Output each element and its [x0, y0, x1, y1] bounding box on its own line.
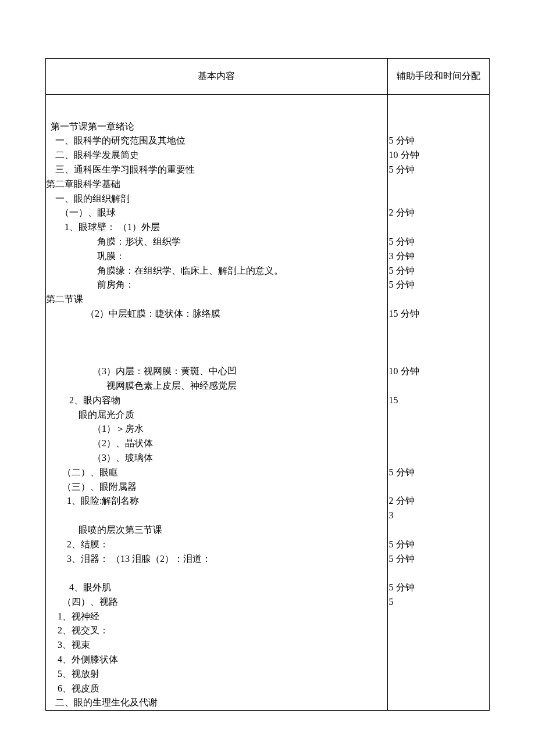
time-line [389, 177, 490, 192]
content-line: 三、通科医生学习眼科学的重要性 [46, 163, 387, 177]
content-line: 3、泪器： （13 泪腺（2）：泪道： [46, 552, 387, 567]
time-line [389, 610, 490, 624]
header-time-allocation: 辅助手段和时间分配 [387, 59, 490, 95]
content-line: （2）中层虹膜：睫状体：脉络膜 [46, 307, 387, 321]
table-header-row: 基本内容 辅助手段和时间分配 [46, 59, 490, 95]
content-line: （二）、眼眶 [46, 465, 387, 480]
content-line: 眼喷的层次第三节课 [46, 523, 387, 538]
time-line [389, 451, 490, 465]
time-line [389, 379, 490, 393]
time-line [389, 321, 490, 336]
content-line [46, 566, 387, 581]
time-line: 10 分钟 [389, 364, 490, 379]
header-basic-content: 基本内容 [46, 59, 388, 95]
content-line: 二、眼科学发展简史 [46, 148, 387, 163]
time-line: 5 分钟 [389, 235, 490, 249]
content-line: 视网膜色素上皮层、神经感觉层 [46, 379, 387, 393]
time-line: 5 分钟 [389, 163, 490, 177]
time-line: 5 分钟 [389, 552, 490, 567]
content-line [46, 508, 387, 523]
time-line [389, 192, 490, 206]
time-line [389, 638, 490, 653]
time-line: 5 [389, 595, 490, 610]
content-line: 4、眼外肌 [46, 581, 387, 595]
time-line [389, 105, 490, 120]
content-line: （1）＞房水 [46, 422, 387, 436]
content-line: 角膜缘：在组织学、临床上、解剖上的意义。 [46, 264, 387, 278]
content-line: 一、眼的组织解剖 [46, 192, 387, 206]
time-line [389, 350, 490, 364]
time-line [389, 523, 490, 538]
content-line: 前房角： [46, 278, 387, 292]
time-line: 5 分钟 [389, 134, 490, 148]
time-line [389, 436, 490, 451]
time-line: 2 分钟 [389, 494, 490, 508]
content-line: 1、眼险:解剖名称 [46, 494, 387, 508]
content-line: （3）内层：视网膜：黄斑、中心凹 [46, 364, 387, 379]
time-line [389, 653, 490, 667]
time-cell: 5 分钟10 分钟5 分钟 2 分钟 5 分钟3 分钟5 分钟5 分钟 15 分… [387, 94, 490, 710]
content-line: 眼的屈光介质 [46, 408, 387, 422]
content-line: 5、视放射 [46, 667, 387, 682]
table-body-row: 第一节课第一章绪论 一、眼科学的研究范围及其地位 二、眼科学发展简史 三、通科医… [46, 94, 490, 710]
content-line: 1、视神经 [46, 610, 387, 624]
content-line: 2、视交叉： [46, 624, 387, 638]
time-line: 2 分钟 [389, 206, 490, 220]
content-line: 6、视皮质 [46, 682, 387, 696]
content-line: （一）、眼球 [46, 206, 387, 220]
time-line [389, 667, 490, 682]
time-line [389, 422, 490, 436]
content-line: 巩膜： [46, 249, 387, 264]
content-line: 2、结膜： [46, 538, 387, 552]
time-line [389, 408, 490, 422]
time-line: 5 分钟 [389, 278, 490, 292]
time-line [389, 682, 490, 696]
time-line: 15 分钟 [389, 307, 490, 321]
content-line: 2、眼内容物 [46, 393, 387, 408]
content-line: 第二节课 [46, 292, 387, 307]
document-page: 基本内容 辅助手段和时间分配 第一节课第一章绪论 一、眼科学的研究范围及其地位 … [0, 0, 535, 746]
time-line [389, 292, 490, 307]
content-line [46, 336, 387, 350]
content-line: 3、视束 [46, 638, 387, 653]
time-line [389, 696, 490, 710]
content-line: （三）、眼附属器 [46, 480, 387, 495]
content-line: 第一节课第一章绪论 [46, 120, 387, 134]
time-line: 5 分钟 [389, 465, 490, 480]
time-line [389, 480, 490, 495]
content-line: 角膜：形状、组织学 [46, 235, 387, 249]
content-cell: 第一节课第一章绪论 一、眼科学的研究范围及其地位 二、眼科学发展简史 三、通科医… [46, 94, 388, 710]
time-line [389, 220, 490, 235]
content-line: 一、眼科学的研究范围及其地位 [46, 134, 387, 148]
time-line: 10 分钟 [389, 148, 490, 163]
content-line: 第二章眼科学基础 [46, 177, 387, 192]
content-line: 二、眼的生理生化及代谢 [46, 696, 387, 710]
time-line [389, 120, 490, 134]
time-line: 15 [389, 393, 490, 408]
content-line [46, 105, 387, 120]
time-line: 5 分钟 [389, 264, 490, 278]
content-line: 1、眼球壁： （1）外层 [46, 220, 387, 235]
content-line [46, 350, 387, 364]
time-line: 5 分钟 [389, 538, 490, 552]
time-line: 3 [389, 508, 490, 523]
content-line: （3）、玻璃体 [46, 451, 387, 465]
time-line [389, 624, 490, 638]
outline-table: 基本内容 辅助手段和时间分配 第一节课第一章绪论 一、眼科学的研究范围及其地位 … [45, 58, 490, 711]
content-line [46, 321, 387, 336]
time-line: 3 分钟 [389, 249, 490, 264]
content-line: （2）、晶状体 [46, 436, 387, 451]
time-line [389, 336, 490, 350]
time-line: 5 分钟 [389, 581, 490, 595]
content-line: 4、外侧膝状体 [46, 653, 387, 667]
time-line [389, 566, 490, 581]
content-line: （四）、视路 [46, 595, 387, 610]
